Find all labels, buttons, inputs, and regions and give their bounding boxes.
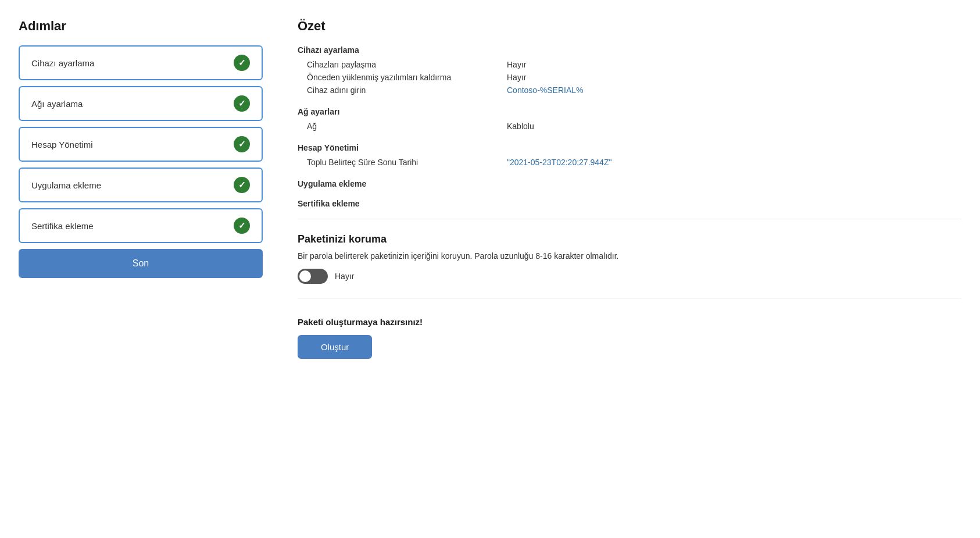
divider-2 [298,298,961,298]
son-button[interactable]: Son [19,249,263,278]
right-panel: Özet Cihazı ayarlama Cihazları paylaşma … [298,14,961,524]
section-header-uygulama: Uygulama ekleme [298,179,961,188]
protect-description: Bir parola belirterek paketinizin içeriğ… [298,251,961,261]
step-agi-ayarlama[interactable]: Ağı ayarlama [19,86,263,121]
step-uygulama-ekleme[interactable]: Uygulama ekleme [19,168,263,202]
row-label-onceden: Önceden yüklenmiş yazılımları kaldırma [298,73,507,82]
step-label-sertifika: Sertifika ekleme [31,221,94,231]
row-label-toplu: Toplu Belirteç Süre Sonu Tarihi [298,158,507,167]
row-toplu-belirtec: Toplu Belirteç Süre Sonu Tarihi "2021-05… [298,156,961,169]
check-icon-cihazi [234,55,250,71]
step-label-ag: Ağı ayarlama [31,99,83,109]
step-hesap-yonetimi[interactable]: Hesap Yönetimi [19,127,263,162]
step-label-uygulama: Uygulama ekleme [31,180,101,190]
row-value-onceden: Hayır [507,73,526,82]
row-value-ag: Kablolu [507,122,534,131]
row-value-cihaz-adi: Contoso-%SERIAL% [507,85,584,95]
step-cihazi-ayarlama[interactable]: Cihazı ayarlama [19,45,263,80]
section-ag-ayarlari: Ağ ayarları Ağ Kablolu [298,107,961,133]
section-hesap-yonetimi: Hesap Yönetimi Toplu Belirteç Süre Sonu … [298,143,961,169]
ready-section: Paketi oluşturmaya hazırsınız! Oluştur [298,317,961,359]
row-value-cihazlari: Hayır [507,60,526,69]
protect-toggle[interactable] [298,269,328,284]
check-icon-ag [234,95,250,112]
olustur-button[interactable]: Oluştur [298,335,372,359]
section-cihazi-ayarlama: Cihazı ayarlama Cihazları paylaşma Hayır… [298,45,961,97]
row-label-ag: Ağ [298,122,507,131]
left-panel: Adımlar Cihazı ayarlama Ağı ayarlama Hes… [19,14,263,524]
protect-section: Paketinizi koruma Bir parola belirterek … [298,233,961,284]
ozet-title: Özet [298,19,961,34]
toggle-row: Hayır [298,269,961,284]
toggle-label: Hayır [335,272,354,281]
row-ag: Ağ Kablolu [298,120,961,133]
row-label-cihazlari: Cihazları paylaşma [298,60,507,69]
divider [298,219,961,219]
section-header-cihazi: Cihazı ayarlama [298,45,961,55]
row-onceden-yuklenmis: Önceden yüklenmiş yazılımları kaldırma H… [298,71,961,84]
check-icon-hesap [234,136,250,152]
section-header-hesap: Hesap Yönetimi [298,143,961,152]
check-icon-uygulama [234,177,250,193]
check-icon-sertifika [234,218,250,234]
section-header-sertifika: Sertifika ekleme [298,199,961,208]
row-cihaz-adi: Cihaz adını girin Contoso-%SERIAL% [298,84,961,97]
section-sertifika-ekleme-summary: Sertifika ekleme [298,199,961,208]
ready-title: Paketi oluşturmaya hazırsınız! [298,317,961,327]
section-header-ag: Ağ ayarları [298,107,961,116]
main-container: Adımlar Cihazı ayarlama Ağı ayarlama Hes… [0,0,980,538]
section-uygulama-ekleme-summary: Uygulama ekleme [298,179,961,188]
step-label-cihazi: Cihazı ayarlama [31,58,94,68]
row-label-cihaz-adi: Cihaz adını girin [298,85,507,95]
steps-title: Adımlar [19,19,263,34]
step-label-hesap: Hesap Yönetimi [31,140,93,149]
toggle-knob [299,270,311,282]
row-cihazlari-paylasma: Cihazları paylaşma Hayır [298,58,961,71]
step-sertifika-ekleme[interactable]: Sertifika ekleme [19,208,263,243]
protect-title: Paketinizi koruma [298,233,961,245]
row-value-toplu: "2021-05-23T02:20:27.944Z" [507,158,611,167]
